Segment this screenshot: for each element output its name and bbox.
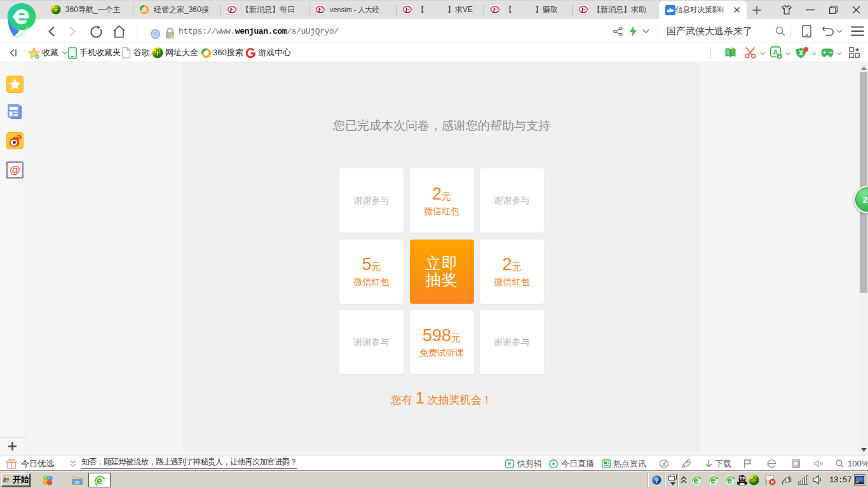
svg-text:@: @: [10, 164, 20, 176]
svg-text:¥: ¥: [799, 49, 803, 57]
svg-text:?: ?: [655, 477, 659, 484]
